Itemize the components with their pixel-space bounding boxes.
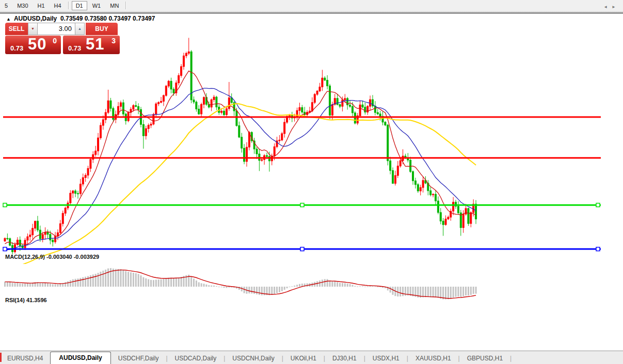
macd-histogram-bar [327,279,328,287]
candle-body [55,236,56,242]
tab-ukoil-h1[interactable]: UKOil,H1 [283,353,324,364]
macd-histogram-bar [370,286,371,287]
macd-histogram-bar [150,280,152,287]
hline-handle[interactable] [596,247,600,251]
tab-eurusd-h4[interactable]: EURUSD,H4 [0,353,50,364]
macd-histogram-bar [145,278,147,287]
macd-histogram-bar [259,287,260,295]
sell-price-button[interactable]: 0.73 50 0 [5,36,61,54]
macd-histogram-bar [437,287,439,298]
macd-histogram-bar [175,278,177,287]
candle-body [4,238,6,241]
hline-handle[interactable] [3,247,7,251]
hline-handle[interactable] [300,247,304,251]
tab-usdx-h1[interactable]: USDX,H1 [365,353,407,364]
timeframe-d1[interactable]: D1 [72,1,87,10]
candle-body [158,103,159,104]
one-click-trading-panel: SELL ▼ 3.00 ▲ BUY 0.73 50 0 0.73 51 3 [5,23,120,54]
macd-histogram-bar [392,287,394,295]
tab-separator: | [510,355,512,364]
buy-button[interactable]: BUY [86,23,118,35]
candle-body [417,185,419,191]
candle-body [185,53,187,56]
sell-button[interactable]: SELL [5,23,28,35]
expand-chart-icon[interactable]: ▲ [6,16,11,22]
macd-histogram-bar [349,284,351,287]
macd-histogram-bar [57,284,58,287]
hline-handle[interactable] [300,203,304,207]
candle-body [170,81,172,89]
candle-body [85,175,86,178]
macd-histogram-bar [100,272,101,287]
candle-body [390,161,391,171]
volume-input[interactable]: 3.00 [37,23,75,35]
timeframe-m30[interactable]: M30 [13,1,32,10]
price-chart-canvas[interactable] [0,13,623,351]
tab-scroll-arrows[interactable]: ◄► [603,5,620,9]
candle-body [142,124,144,136]
macd-histogram-bar [211,286,212,287]
volume-increase-button[interactable]: ▲ [75,23,85,35]
candle-body [153,114,154,124]
macd-histogram-bar [205,285,207,287]
timeframe-h1[interactable]: H1 [34,1,49,10]
timeframe-w1[interactable]: W1 [88,1,105,10]
volume-decrease-button[interactable]: ▼ [28,23,37,35]
timeframe-5[interactable]: 5 [1,1,12,10]
macd-histogram-bar [372,286,373,287]
macd-histogram-bar [251,287,252,293]
macd-histogram-bar [440,287,441,299]
candle-body [256,149,258,154]
macd-histogram-bar [19,283,21,287]
macd-histogram-bar [158,279,159,287]
tab-usdcad-daily[interactable]: USDCAD,Daily [168,353,224,364]
macd-histogram-bar [165,278,167,287]
candle-body [354,113,356,123]
tab-dj30-h1[interactable]: DJ30,H1 [325,353,364,364]
tab-usdchf-daily[interactable]: USDCHF,Daily [111,353,166,364]
candle-body [352,106,353,112]
tab-usdcnh-daily[interactable]: USDCNH,Daily [225,353,281,364]
macd-histogram-bar [105,270,106,287]
scroll-left-icon[interactable]: ◄ [603,5,612,9]
candle-body [27,237,28,240]
macd-histogram-bar [102,271,104,287]
tab-gbpusd-h1[interactable]: GBPUSD,H1 [460,353,510,364]
mt4-terminal: 5M30H1H4D1W1MN ▲AUDUSD,Daily 0.73549 0.7… [0,0,623,364]
candle-body [377,112,378,114]
candle-body [201,104,202,114]
macd-histogram-bar [133,273,134,287]
candle-body [470,212,472,223]
candle-body [284,122,285,134]
tab-audusd-daily[interactable]: AUDUSD,Daily [50,352,110,364]
candle-body [337,98,338,105]
candle-body [98,138,99,151]
candle-body [168,81,169,86]
timeframe-h4[interactable]: H4 [50,1,66,10]
macd-histogram-bar [468,287,469,295]
hline-handle[interactable] [3,203,7,207]
candle-body [198,109,200,114]
buy-price-button[interactable]: 0.73 51 3 [63,36,120,54]
candle-body [163,95,164,101]
macd-histogram-bar [47,283,49,287]
macd-histogram-bar [435,287,436,297]
macd-histogram-bar [221,287,222,287]
rsi-label: RSI(14) 41.3596 [5,297,47,303]
candle-body [266,156,268,157]
candle-body [120,103,121,106]
chart-window[interactable]: ▲AUDUSD,Daily 0.73549 0.73580 0.73497 0.… [0,13,623,351]
scroll-right-icon[interactable]: ► [612,5,620,9]
macd-histogram-bar [342,283,343,287]
macd-histogram-bar [161,279,162,287]
ma-20-line [5,88,476,251]
macd-histogram-bar [120,269,121,287]
macd-histogram-bar [316,281,318,287]
tab-xauusd-h1[interactable]: XAUUSD,H1 [408,353,458,364]
candle-body [442,221,444,225]
sell-price-pipette: 0 [53,37,57,45]
macd-histogram-bar [400,287,401,296]
hline-handle[interactable] [596,203,600,207]
candle-body [379,114,381,117]
timeframe-mn[interactable]: MN [106,1,123,10]
